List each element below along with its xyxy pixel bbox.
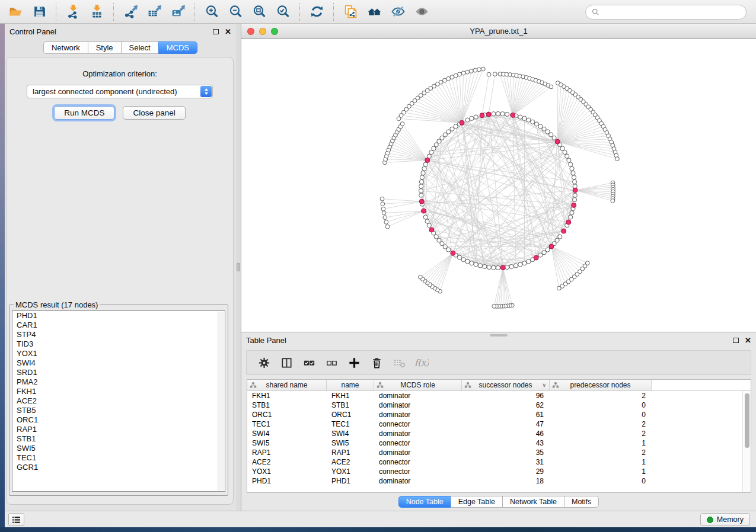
zoom-out-button[interactable] [225,2,245,21]
zoom-fit-button[interactable] [249,2,269,21]
cell-mcds-role[interactable]: dominator [374,448,462,457]
cell-name[interactable]: ORC1 [327,410,374,419]
tab-network[interactable]: Network [43,41,88,54]
table-scrollbar-thumb[interactable] [745,393,749,448]
mcds-result-item[interactable]: ACE2 [12,396,225,406]
cell-successor-nodes[interactable]: 62 [462,400,550,410]
network-graph[interactable] [241,39,756,331]
cell-predecessor-nodes[interactable]: 2 [550,391,652,400]
close-panel-button[interactable]: Close panel [123,106,185,120]
cell-shared-name[interactable]: SWI4 [247,429,327,438]
cell-mcds-role[interactable]: connector [374,457,462,467]
mcds-result-item[interactable]: TEC1 [12,453,225,463]
table-row[interactable]: FKH1FKH1dominator962 [247,391,751,400]
select-all-button[interactable] [299,352,319,373]
mcds-result-list[interactable]: PHD1CAR1STP4TID3YOX1SWI4SRD1PMA2FKH1ACE2… [12,310,225,492]
mcds-result-item[interactable]: RAP1 [12,425,225,434]
close-table-panel-icon[interactable]: ✕ [745,336,751,344]
cell-successor-nodes[interactable]: 61 [462,410,550,419]
settings-button[interactable] [254,352,274,373]
cell-successor-nodes[interactable]: 43 [462,438,550,448]
cell-shared-name[interactable]: YOX1 [247,467,327,476]
delete-row-button[interactable] [366,352,387,373]
zoom-in-button[interactable] [202,2,222,21]
cell-mcds-role[interactable]: dominator [374,476,462,486]
eye-hide-button[interactable] [388,2,408,21]
table-row[interactable]: STB1STB1dominator620 [247,400,751,410]
column-header-shared-name[interactable]: shared name [247,380,327,390]
float-panel-icon[interactable] [213,29,219,34]
mcds-result-item[interactable]: STB1 [12,434,225,444]
table-scrollbar[interactable] [742,391,751,492]
table-row[interactable]: PHD1PHD1dominator180 [247,476,751,486]
tab-mcds[interactable]: MCDS [158,41,197,54]
cell-name[interactable]: STB1 [327,400,374,410]
memory-button[interactable]: Memory [700,513,750,526]
column-header-predecessor-nodes[interactable]: predecessor nodes [550,380,652,390]
tab-edge-table[interactable]: Edge Table [451,496,503,508]
status-list-button[interactable] [8,513,24,526]
network-canvas[interactable] [241,39,756,331]
import-network-button[interactable] [63,2,83,21]
cell-predecessor-nodes[interactable]: 2 [550,419,652,429]
cell-successor-nodes[interactable]: 29 [462,467,550,476]
mcds-result-item[interactable]: SRD1 [12,368,225,377]
import-table-button[interactable] [87,2,107,21]
mcds-list-scrollbar[interactable] [218,312,224,491]
cell-shared-name[interactable]: PHD1 [247,476,327,486]
mcds-result-item[interactable]: PMA2 [12,377,225,387]
column-header-name[interactable]: name [327,380,374,390]
cell-mcds-role[interactable]: connector [374,419,462,429]
mcds-result-item[interactable]: STP4 [12,330,225,339]
cell-name[interactable]: RAP1 [327,448,374,457]
cell-successor-nodes[interactable]: 46 [462,429,550,438]
panel-splitter[interactable] [236,24,241,511]
cell-predecessor-nodes[interactable]: 0 [550,476,652,486]
window-close-button[interactable] [247,28,254,35]
tab-style[interactable]: Style [88,41,122,54]
export-table-button[interactable] [144,2,164,21]
cell-shared-name[interactable]: RAP1 [247,448,327,457]
cell-name[interactable]: ACE2 [327,457,374,467]
search-box[interactable] [585,5,747,20]
table-row[interactable]: ORC1ORC1dominator610 [247,410,751,419]
table-row[interactable]: YOX1YOX1connector291 [247,467,751,476]
cell-shared-name[interactable]: FKH1 [247,391,327,400]
table-row[interactable]: SWI4SWI4dominator462 [247,429,751,438]
column-header-mcds-role[interactable]: MCDS role [374,380,462,390]
mcds-result-item[interactable]: SWI4 [12,358,225,368]
cell-predecessor-nodes[interactable]: 1 [550,438,652,448]
eye-show-button[interactable] [412,2,432,21]
table-row[interactable]: RAP1RAP1dominator352 [247,448,751,457]
run-mcds-button[interactable]: Run MCDS [54,106,114,120]
table-row[interactable]: TEC1TEC1connector472 [247,419,751,429]
copy-network-button[interactable] [340,2,361,21]
cell-shared-name[interactable]: ORC1 [247,410,327,419]
deselect-all-button[interactable] [321,352,342,373]
export-image-button[interactable] [168,2,188,21]
cell-mcds-role[interactable]: connector [374,438,462,448]
cell-shared-name[interactable]: TEC1 [247,419,327,429]
zoom-selected-button[interactable] [273,2,293,21]
export-network-button[interactable] [120,2,141,21]
column-header-successor-nodes[interactable]: successor nodes∨ [462,380,550,390]
open-file-button[interactable] [5,2,25,21]
cell-successor-nodes[interactable]: 96 [462,391,550,400]
cell-successor-nodes[interactable]: 47 [462,419,550,429]
cell-mcds-role[interactable]: dominator [374,391,462,400]
houses-button[interactable] [364,2,384,21]
cell-name[interactable]: PHD1 [327,476,374,486]
cell-successor-nodes[interactable]: 18 [462,476,550,486]
columns-button[interactable] [276,352,296,373]
mcds-result-item[interactable]: TID3 [12,339,225,349]
cell-predecessor-nodes[interactable]: 1 [550,457,652,467]
mcds-result-item[interactable]: FKH1 [12,387,225,396]
cell-mcds-role[interactable]: connector [374,467,462,476]
table-panel-drag-handle[interactable] [490,334,508,336]
mcds-result-item[interactable]: PHD1 [12,311,225,321]
mcds-result-item[interactable]: CAR1 [12,321,225,330]
tab-select[interactable]: Select [121,41,159,54]
cell-predecessor-nodes[interactable]: 2 [550,448,652,457]
mcds-result-item[interactable]: STB5 [12,406,225,415]
float-table-panel-icon[interactable] [733,338,739,343]
